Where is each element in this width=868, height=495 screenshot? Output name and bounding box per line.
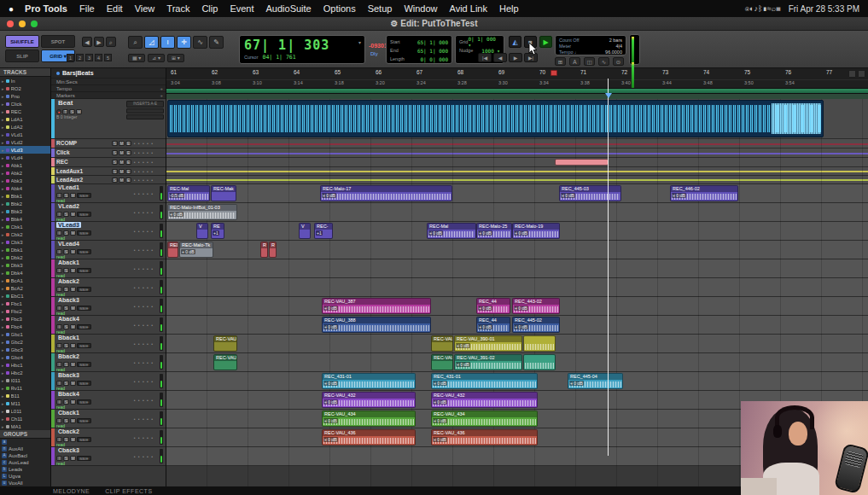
solo-button[interactable]: S	[63, 230, 69, 236]
track-view-selector[interactable]: wave	[77, 230, 91, 236]
sidebar-track-vld3[interactable]: ▸ VLd3	[0, 146, 50, 154]
group-item-voxall[interactable]: u VoxAll	[0, 480, 50, 486]
insert-slot[interactable]	[126, 108, 164, 114]
track-row-leadaux2[interactable]: LeadAux2 S M E • • • • •	[51, 176, 166, 184]
zoom-preset-5[interactable]: 5	[104, 54, 112, 61]
group-item-leads[interactable]: b Leads	[0, 466, 50, 473]
sidebar-track-i011[interactable]: ▸ I011	[0, 376, 50, 384]
track-row-aback3[interactable]: Aback3 I S M wave read • • • • •	[51, 297, 166, 316]
lane-leadaux2[interactable]	[166, 176, 868, 184]
input-monitor-button[interactable]: I	[56, 249, 62, 254]
toolbar-dropdown-0[interactable]: ▦ ▾	[128, 54, 145, 62]
m-button[interactable]: M	[76, 109, 82, 114]
mute-button[interactable]: M	[70, 456, 76, 461]
audio-clip[interactable]: REC-Malo-Tk+ 0 dB	[179, 242, 213, 258]
sidebar-track-fbc2[interactable]: ▸ Fbc2	[0, 307, 50, 315]
track-view-selector[interactable]: wave	[77, 456, 91, 461]
sidebar-track-vld4[interactable]: ▸ VLd4	[0, 154, 50, 161]
track-view-selector[interactable]: wave	[77, 193, 91, 198]
sidebar-track-rv11[interactable]: ▸ Rv11	[0, 384, 50, 392]
audio-clip[interactable]: REC-VAU_434+ 0 dB	[431, 411, 538, 427]
track-name[interactable]: LeadAux1	[55, 167, 83, 175]
mute-button[interactable]: M	[70, 268, 76, 273]
trim-tool[interactable]: ◿	[144, 36, 159, 49]
audio-clip[interactable]: REC-VAU	[431, 335, 453, 352]
track-view-selector[interactable]: wave	[77, 343, 91, 348]
tempo-row-value-1[interactable]: 4|4	[615, 44, 622, 49]
selection-value-0[interactable]: 65| 1| 000	[417, 39, 448, 45]
menu-event[interactable]: Event	[224, 3, 259, 14]
track-row-aback1[interactable]: Aback1 I S M wave read • • • • •	[51, 259, 166, 278]
group-item-auxlead[interactable]: c AuxLead	[0, 459, 50, 466]
audio-clip[interactable]: REC-VAU_436+ 0 dB	[322, 429, 416, 446]
audio-clip[interactable]: REC_44+ 0 dB	[476, 317, 510, 333]
track-row-aback2[interactable]: Aback2 I S M wave read • • • • •	[51, 278, 166, 297]
lane-click[interactable]	[166, 148, 868, 158]
automation-mode-selector[interactable]: read	[56, 348, 166, 352]
automation-mode-selector[interactable]: read	[56, 311, 166, 315]
lane-aback1[interactable]	[166, 259, 868, 278]
sidebar-track-gbc3[interactable]: ▸ Gbc3	[0, 346, 50, 353]
input-monitor-button[interactable]: I	[56, 437, 62, 442]
timeline-ruler[interactable]: 6162636465666768697071727374757677 3:043…	[166, 68, 868, 99]
menubar-clock[interactable]: Fri Apr 28 5:33 PM	[789, 4, 859, 14]
track-view-selector[interactable]: wave	[77, 249, 91, 254]
ruler-option-button-2[interactable]	[858, 70, 865, 78]
audio-clip[interactable]: REC_443-02+ 0 dB	[512, 298, 560, 314]
mute-button[interactable]: M	[70, 324, 76, 329]
audio-clip[interactable]: REC-VAU_432+ 0 dB	[322, 392, 416, 408]
toolbar-dropdown-2[interactable]: ⊞ ▾	[167, 54, 184, 62]
zoom-preset-4[interactable]: 4	[95, 54, 102, 61]
sidebar-track-bbk4[interactable]: ▸ Bbk4	[0, 215, 50, 223]
audio-clip[interactable]	[523, 335, 556, 352]
main-counter-value[interactable]: 67| 1| 303	[244, 38, 360, 53]
sidebar-track-dbk1[interactable]: ▸ Dbk1	[0, 246, 50, 253]
track-name[interactable]: REC	[55, 158, 68, 166]
audio-clip[interactable]: REC_445-04+ 0 dB	[568, 373, 623, 389]
mute-button[interactable]: M	[70, 249, 76, 254]
audio-clip[interactable]: REC_431-01+ 0 dB	[431, 373, 538, 389]
ruler-row-markers[interactable]: Markers+	[51, 92, 166, 99]
lane-rec[interactable]	[166, 158, 868, 167]
metronome-button[interactable]: ◭	[509, 36, 521, 48]
audio-clip[interactable]: REC-VAU	[431, 354, 453, 370]
zoom-tool[interactable]: ⌕	[128, 36, 143, 49]
menu-help[interactable]: Help	[493, 3, 525, 14]
playhead[interactable]	[608, 79, 609, 456]
lane-vlead1[interactable]	[166, 184, 868, 203]
track-name[interactable]: LeadAux2	[55, 176, 83, 183]
track-view-selector[interactable]: wave	[77, 381, 91, 386]
menu-window[interactable]: Window	[398, 3, 443, 14]
sidebar-track-dbk2[interactable]: ▸ Dbk2	[0, 253, 50, 261]
audio-clip[interactable]: REC-VAU_387+ 0 dB	[322, 298, 431, 314]
audio-clip[interactable]: REC-Malo-25+ 0 dB	[476, 223, 512, 239]
input-monitor-button[interactable]: I	[56, 381, 62, 386]
zoom-preset-1[interactable]: 1	[67, 54, 74, 61]
sidebar-track-lda1[interactable]: ▸ LdA1	[0, 115, 50, 123]
audio-clip[interactable]: REC-Malo-17+ 0 dB	[320, 185, 452, 201]
sidebar-track-in[interactable]: ▸ In	[0, 77, 50, 84]
menu-edit[interactable]: Edit	[101, 3, 129, 14]
scrubber-tool[interactable]: ∿	[193, 36, 207, 49]
audio-clip[interactable]: REC_445-02+ 0 dB	[512, 317, 560, 333]
markers-ruler[interactable]	[166, 93, 868, 99]
mute-button[interactable]: M	[70, 437, 76, 442]
sidebar-track-fbc4[interactable]: ▸ Fbc4	[0, 323, 50, 330]
input-monitor-button[interactable]: I	[56, 287, 62, 292]
solo-button[interactable]: S	[63, 437, 69, 442]
add-icon[interactable]: +	[160, 92, 163, 99]
automation-mode-selector[interactable]: read	[56, 273, 166, 277]
audio-clip[interactable]: REC-+1	[314, 223, 333, 239]
track-row-rcomp[interactable]: RCOMP S M E • • • • •	[51, 139, 166, 148]
solo-button[interactable]: S	[63, 249, 69, 254]
solo-button[interactable]: S	[63, 287, 69, 292]
audio-clip[interactable]: RE+1	[211, 223, 224, 239]
chevron-down-icon[interactable]: ▾	[358, 39, 361, 45]
aux-extra-button[interactable]: E	[125, 150, 131, 155]
audio-clip[interactable]: REC-VAU_432+ 0 dB	[431, 392, 538, 408]
solo-button[interactable]: S	[63, 343, 69, 348]
transport-nav-1[interactable]: ◀	[493, 53, 507, 62]
audio-clip[interactable]: REC-Mal-0.5 dB	[167, 185, 210, 201]
track-view-selector[interactable]: wave	[77, 212, 91, 217]
lane-aback2[interactable]	[166, 278, 868, 297]
